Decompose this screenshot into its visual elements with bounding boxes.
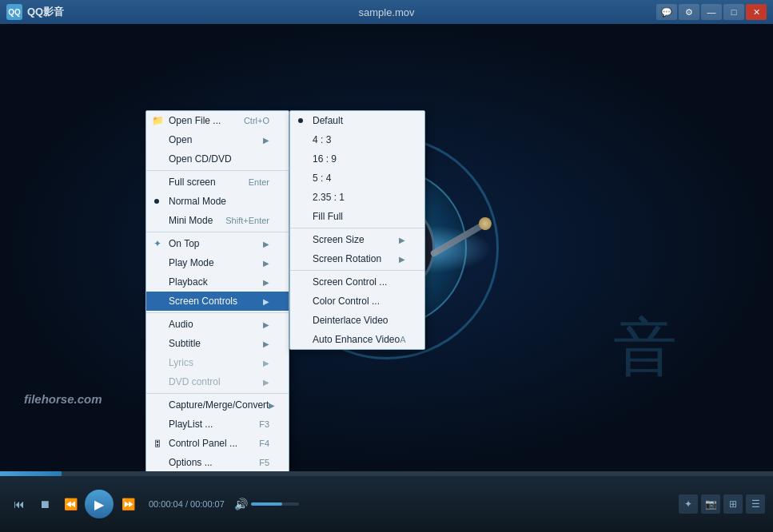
menu-control-panel[interactable]: 🎛 Control Panel ... F4 [146, 434, 289, 453]
menu-audio-arrow: ▶ [263, 320, 269, 329]
menu-audio[interactable]: Audio ▶ [146, 315, 289, 334]
logo-text: QQ [8, 8, 21, 17]
menu-control-panel-label: Control Panel ... [169, 438, 237, 449]
progress-bar[interactable] [0, 471, 773, 476]
submenu-screen-size[interactable]: Screen Size ▶ [290, 230, 424, 249]
sep3 [146, 312, 289, 313]
submenu-2-35-1-label: 2.35 : 1 [313, 192, 345, 203]
submenu-fill-full[interactable]: Fill Full [290, 207, 424, 226]
submenu-16-9[interactable]: 16 : 9 [290, 149, 424, 169]
submenu-deinterlace[interactable]: Deinterlace Video [290, 311, 424, 330]
submenu-default-label: Default [313, 115, 343, 126]
settings-button[interactable]: ⚙ [679, 4, 699, 20]
submenu-screen-control[interactable]: Screen Control ... [290, 272, 424, 292]
stop-button[interactable]: ⏹ [34, 493, 56, 515]
control-bar: ⏮ ⏹ ⏪ ▶ ⏩ 00:00:04 / 00:00:07 🔊 ✦ 📷 ⊞ ☰ [0, 471, 773, 532]
snapshot-button[interactable]: 📷 [701, 494, 720, 514]
app-logo: QQ [6, 4, 22, 20]
controls-row: ⏮ ⏹ ⏪ ▶ ⏩ 00:00:04 / 00:00:07 🔊 ✦ 📷 ⊞ ☰ [0, 476, 773, 532]
menu-open-label: Open [169, 134, 192, 145]
menu-playlist-shortcut: F3 [259, 419, 269, 429]
titlebar-left: QQ QQ影音 [6, 4, 64, 20]
time-display: 00:00:04 / 00:00:07 [149, 499, 225, 509]
menu-mini-mode[interactable]: Mini Mode Shift+Enter [146, 211, 289, 230]
menu-on-top[interactable]: ✦ On Top ▶ [146, 234, 289, 253]
volume-icon: 🔊 [234, 498, 248, 510]
submenu-auto-enhance[interactable]: Auto Enhance Video A [290, 330, 424, 349]
time-current: 00:00:04 [149, 499, 183, 509]
menu-open-file[interactable]: 📁 Open File ... Ctrl+O [146, 111, 289, 130]
restore-button[interactable]: □ [723, 4, 744, 20]
menu-playlist-label: PlayList ... [169, 419, 213, 430]
menu-fullscreen-shortcut: Enter [249, 177, 269, 187]
menu-screen-controls-arrow: ▶ [263, 297, 269, 306]
volume-fill [251, 502, 282, 506]
menu-screen-controls[interactable]: Screen Controls ▶ [146, 292, 289, 311]
submenu-sep2 [290, 270, 424, 271]
submenu-16-9-label: 16 : 9 [313, 153, 337, 165]
submenu-default[interactable]: Default [290, 111, 424, 130]
menu-mini-mode-shortcut: Shift+Enter [225, 216, 269, 225]
submenu-screen-rotation-arrow: ▶ [399, 255, 405, 264]
menu-open-file-shortcut: Ctrl+O [244, 116, 269, 125]
feedback-button[interactable]: 💬 [656, 4, 677, 20]
sep2 [146, 232, 289, 232]
minimize-button[interactable]: — [701, 4, 722, 20]
menu-lyrics: Lyrics ▶ [146, 353, 289, 372]
file-title: sample.mov [358, 6, 414, 18]
menu-capture-merge[interactable]: Capture/Merge/Convert ▶ [146, 395, 289, 415]
menu-play-mode[interactable]: Play Mode ▶ [146, 253, 289, 272]
default-bullet [298, 118, 303, 123]
prev-button[interactable]: ⏮ [8, 493, 30, 515]
menu-open-cd[interactable]: Open CD/DVD [146, 149, 289, 169]
submenu-color-control[interactable]: Color Control ... [290, 292, 424, 311]
menu-normal-mode-label: Normal Mode [169, 196, 226, 207]
time-total: 00:00:07 [190, 499, 225, 509]
window-controls: 💬 ⚙ — □ ✕ [656, 4, 767, 20]
play-pause-button[interactable]: ▶ [85, 490, 114, 518]
step-forward-button[interactable]: ⏩ [117, 493, 139, 515]
menu-playlist[interactable]: PlayList ... F3 [146, 415, 289, 434]
enhance-button[interactable]: ✦ [679, 494, 698, 514]
submenu-fill-full-label: Fill Full [313, 211, 343, 222]
menu-options[interactable]: Options ... F5 [146, 453, 289, 471]
submenu-screen-rotation[interactable]: Screen Rotation ▶ [290, 249, 424, 268]
open-file-icon: 📁 [151, 114, 164, 127]
submenu-4-3[interactable]: 4 : 3 [290, 130, 424, 149]
menu-capture-merge-label: Capture/Merge/Convert [169, 399, 269, 411]
submenu-screen-control-label: Screen Control ... [313, 276, 387, 288]
video-area: 音 filehorse.com 📁 Open File ... Ctrl+O O… [0, 24, 773, 471]
menu-audio-label: Audio [169, 319, 193, 330]
menu-playback[interactable]: Playback ▶ [146, 272, 289, 292]
menu-lyrics-label: Lyrics [169, 357, 193, 368]
progress-fill [0, 471, 62, 476]
playlist-toggle-button[interactable]: ☰ [746, 494, 765, 514]
menu-subtitle-arrow: ▶ [263, 339, 269, 348]
menu-open-arrow: ▶ [263, 136, 269, 145]
titlebar: QQ QQ影音 sample.mov 💬 ⚙ — □ ✕ [0, 0, 773, 24]
menu-control-panel-shortcut: F4 [259, 439, 269, 448]
app-title: QQ影音 [27, 5, 64, 19]
submenu-5-4[interactable]: 5 : 4 [290, 169, 424, 188]
menu-open[interactable]: Open ▶ [146, 130, 289, 149]
sep4 [146, 393, 289, 394]
menu-options-shortcut: F5 [259, 458, 269, 467]
menu-fullscreen[interactable]: Full screen Enter [146, 173, 289, 192]
aspect-button[interactable]: ⊞ [723, 494, 743, 514]
step-back-button[interactable]: ⏪ [59, 493, 82, 515]
volume-slider[interactable] [251, 502, 299, 506]
close-button[interactable]: ✕ [746, 4, 767, 20]
submenu-auto-enhance-label: Auto Enhance Video [313, 334, 400, 345]
submenu-screen-controls: Default 4 : 3 16 : 9 5 : 4 2.35 : 1 Fill… [289, 110, 425, 350]
menu-dvd-control-label: DVD control [169, 376, 221, 387]
control-panel-icon: 🎛 [151, 437, 164, 450]
menu-play-mode-arrow: ▶ [263, 259, 269, 268]
submenu-screen-size-label: Screen Size [313, 234, 365, 245]
menu-capture-merge-arrow: ▶ [269, 401, 275, 410]
submenu-deinterlace-label: Deinterlace Video [313, 315, 388, 326]
submenu-2-35-1[interactable]: 2.35 : 1 [290, 188, 424, 207]
watermark: filehorse.com [24, 392, 102, 406]
submenu-color-control-label: Color Control ... [313, 296, 380, 307]
menu-subtitle[interactable]: Subtitle ▶ [146, 334, 289, 353]
menu-normal-mode[interactable]: Normal Mode [146, 192, 289, 211]
